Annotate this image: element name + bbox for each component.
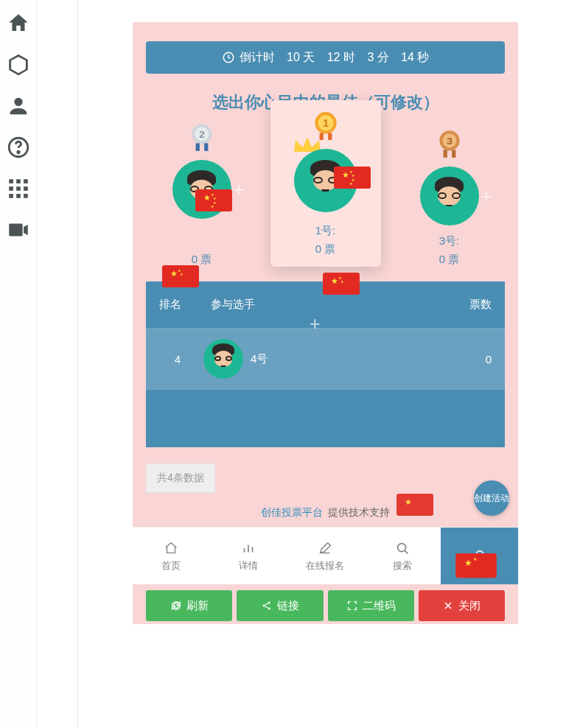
table-row[interactable]: 4 4号 0 xyxy=(146,329,505,390)
avatar: + xyxy=(420,167,479,225)
tab-detail[interactable]: 详情 xyxy=(210,528,287,584)
pager-total: 共4条数据 xyxy=(146,463,215,493)
plus-icon: + xyxy=(481,185,492,208)
fullscreen-icon xyxy=(346,600,358,612)
rank-label: 3号: xyxy=(394,234,505,248)
flag-icon: ★★★★★ xyxy=(195,189,232,216)
svg-rect-2 xyxy=(9,179,13,183)
cube-icon[interactable] xyxy=(6,46,31,84)
bars-icon xyxy=(240,540,256,556)
link-button[interactable]: 链接 xyxy=(237,590,323,621)
rank-card-1[interactable]: 1 ★★★★★ 1号: 0 票 xyxy=(270,100,381,267)
svg-rect-47 xyxy=(396,494,433,516)
avatar xyxy=(203,339,243,379)
svg-text:★: ★ xyxy=(342,170,349,179)
svg-rect-4 xyxy=(24,179,28,183)
close-icon xyxy=(442,600,454,612)
tab-home[interactable]: 首页 xyxy=(133,528,210,584)
flag-icon: ★★★ xyxy=(162,265,199,292)
svg-rect-6 xyxy=(16,186,21,191)
svg-text:★: ★ xyxy=(405,497,412,506)
home-icon xyxy=(163,540,179,556)
home-icon[interactable] xyxy=(6,4,31,43)
flag-icon: ★★ xyxy=(454,553,498,583)
plus-icon: + xyxy=(310,312,321,417)
th-player: 参与选手 xyxy=(211,298,447,312)
footer-credit: 创佳投票平台 提供技术支持 xyxy=(133,506,518,519)
create-activity-button[interactable]: 创建活动 xyxy=(474,480,509,516)
rank-card-3[interactable]: 3 + 3号: 0 票 xyxy=(394,128,505,267)
svg-rect-37 xyxy=(443,150,447,158)
video-icon[interactable] xyxy=(6,211,31,249)
svg-rect-3 xyxy=(16,179,21,183)
medal-bronze-icon: 3 xyxy=(434,128,465,159)
svg-rect-10 xyxy=(24,194,28,198)
svg-point-54 xyxy=(262,605,265,607)
tab-rank[interactable]: ★★ xyxy=(441,528,518,584)
svg-rect-5 xyxy=(9,186,13,191)
medal-silver-icon: 2 xyxy=(186,122,217,153)
svg-text:★: ★ xyxy=(465,558,473,568)
cell-rank: 4 xyxy=(159,353,196,365)
svg-rect-39 xyxy=(162,265,199,287)
votes-label: 0 票 xyxy=(394,253,505,267)
svg-text:1: 1 xyxy=(322,117,328,129)
countdown-hours: 12 时 xyxy=(327,50,355,66)
rank-card-2[interactable]: 2 + ★★★★★ 0 票 xyxy=(147,122,257,267)
countdown-bar: 倒计时 10 天 12 时 3 分 14 秒 xyxy=(146,41,505,74)
svg-text:2: 2 xyxy=(199,129,205,140)
search-icon xyxy=(394,540,410,556)
svg-rect-27 xyxy=(328,133,332,139)
svg-text:3: 3 xyxy=(447,136,453,147)
rank-table: ★★★ ★★★ 排名 参与选手 票数 4 4号 0 + xyxy=(146,281,505,447)
bottom-tabbar: 首页 详情 在线报名 搜索 ★★ xyxy=(133,527,518,584)
qrcode-button[interactable]: 二维码 xyxy=(328,590,414,621)
countdown-days: 10 天 xyxy=(287,50,315,66)
refresh-icon xyxy=(170,600,182,612)
pencil-icon xyxy=(317,540,333,556)
flag-icon: ★ xyxy=(396,494,433,520)
svg-text:★: ★ xyxy=(331,276,338,285)
th-rank: 排名 xyxy=(159,298,211,312)
countdown-label: 倒计时 xyxy=(240,50,275,66)
svg-text:★: ★ xyxy=(170,269,178,278)
svg-rect-16 xyxy=(204,143,208,151)
divider xyxy=(77,0,78,728)
podium: 2 + ★★★★★ 0 票 1 ★★★★★ 1号: 0 票 3 + xyxy=(133,121,518,281)
svg-rect-9 xyxy=(16,194,21,198)
countdown-seconds: 14 秒 xyxy=(401,50,429,66)
svg-text:★: ★ xyxy=(473,557,477,561)
svg-rect-7 xyxy=(24,186,28,191)
svg-point-56 xyxy=(268,608,270,610)
svg-text:★: ★ xyxy=(203,193,211,202)
svg-point-1 xyxy=(17,151,18,153)
svg-rect-43 xyxy=(323,273,360,295)
flag-icon: ★★★ xyxy=(323,273,360,299)
svg-rect-8 xyxy=(9,194,13,198)
svg-rect-15 xyxy=(195,143,199,151)
grid-icon[interactable] xyxy=(6,169,31,208)
refresh-button[interactable]: 刷新 xyxy=(146,590,232,621)
svg-point-55 xyxy=(268,602,270,604)
flag-icon: ★★★★★ xyxy=(334,167,371,193)
rank-label: 1号: xyxy=(270,224,381,238)
tab-search[interactable]: 搜索 xyxy=(364,528,441,584)
credit-suffix: 提供技术支持 xyxy=(328,506,390,518)
countdown-minutes: 3 分 xyxy=(367,50,388,66)
svg-rect-38 xyxy=(452,150,455,158)
votes-label: 0 票 xyxy=(270,242,381,256)
clock-icon xyxy=(222,51,235,64)
table-empty-row: + xyxy=(146,390,505,447)
tab-apply[interactable]: 在线报名 xyxy=(287,528,364,584)
user-icon[interactable] xyxy=(6,87,31,125)
svg-point-49 xyxy=(398,543,406,551)
pager: 共4条数据 xyxy=(146,463,505,493)
close-button[interactable]: 关闭 xyxy=(419,590,505,621)
admin-sidebar xyxy=(0,0,37,728)
th-votes: 票数 xyxy=(447,298,492,312)
cell-votes: 0 xyxy=(447,353,492,365)
platform-link[interactable]: 创佳投票平台 xyxy=(261,506,323,518)
action-bar: 刷新 链接 二维码 关闭 xyxy=(133,587,518,624)
share-icon xyxy=(261,600,273,612)
help-icon[interactable] xyxy=(6,128,31,167)
